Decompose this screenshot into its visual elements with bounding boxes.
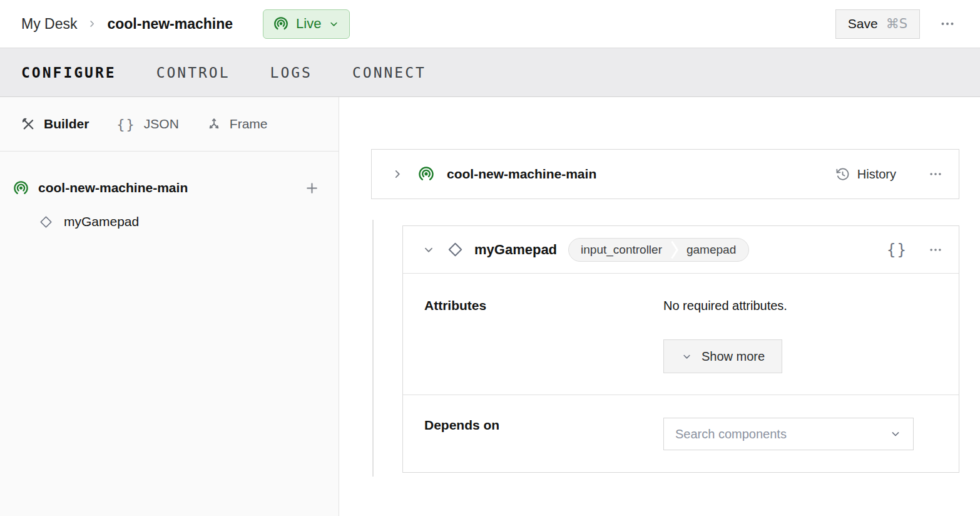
tab-configure[interactable]: CONFIGURE [21, 64, 116, 81]
attributes-value-column: No required attributes. Show more [663, 298, 787, 395]
view-tab-builder[interactable]: Builder [21, 116, 89, 132]
attributes-label: Attributes [424, 298, 663, 395]
depends-on-label: Depends on [424, 418, 663, 472]
component-model-label: gamepad [679, 243, 748, 257]
part-card-overflow-menu-button[interactable] [929, 167, 942, 181]
tree-item-component[interactable]: myGamepad [0, 210, 339, 233]
config-view-tabs: Builder {} JSON Frame [0, 97, 339, 152]
depends-on-section: Depends on Search components [403, 395, 959, 472]
breadcrumb: My Desk cool-new-machine [21, 16, 233, 33]
part-card: cool-new-machine-main History [371, 149, 959, 199]
component-api-label: input_controller [569, 243, 671, 257]
tree-component-name: myGamepad [64, 214, 139, 229]
code-braces-icon: {} [887, 241, 907, 259]
chevron-down-icon [889, 428, 902, 440]
configure-content: Builder {} JSON Frame cool-new-machine-m… [0, 97, 980, 516]
component-card: myGamepad input_controller gamepad {} At… [402, 225, 959, 473]
history-button[interactable]: History [835, 167, 896, 182]
tree-item-part[interactable]: cool-new-machine-main [0, 175, 339, 200]
tab-logs[interactable]: LOGS [270, 64, 312, 81]
depends-on-placeholder: Search components [675, 427, 787, 441]
breadcrumb-location[interactable]: My Desk [21, 16, 77, 33]
frame-axes-icon [207, 116, 222, 132]
history-icon [835, 167, 850, 182]
chevron-down-icon [328, 18, 340, 30]
save-button[interactable]: Save ⌘S [835, 9, 920, 39]
chevron-down-icon [422, 243, 436, 257]
config-main-panel: cool-new-machine-main History [339, 97, 980, 516]
component-model-badge: input_controller gamepad [568, 238, 749, 262]
machine-nav-tabs: CONFIGURE CONTROL LOGS CONNECT [0, 48, 980, 97]
show-more-button[interactable]: Show more [663, 339, 782, 373]
view-tab-frame[interactable]: Frame [207, 116, 268, 132]
view-tab-builder-label: Builder [44, 116, 89, 132]
topbar-overflow-menu-button[interactable] [940, 16, 955, 31]
ellipsis-icon [940, 16, 955, 31]
top-bar: My Desk cool-new-machine Live Save ⌘S [0, 0, 980, 48]
component-card-header: myGamepad input_controller gamepad {} [403, 226, 959, 274]
component-title: myGamepad [474, 242, 557, 258]
component-collapse-button[interactable] [422, 243, 436, 257]
add-component-button[interactable] [304, 180, 320, 196]
builder-tools-icon [21, 116, 36, 132]
depends-on-select[interactable]: Search components [663, 418, 914, 450]
machine-status-dropdown[interactable]: Live [263, 9, 350, 39]
view-tab-json-label: JSON [144, 116, 179, 132]
live-status-label: Live [296, 16, 321, 32]
tree-connector-line [372, 220, 374, 477]
attributes-empty-text: No required attributes. [663, 298, 787, 313]
ellipsis-icon [929, 167, 942, 181]
history-label: History [857, 167, 896, 182]
part-card-expand-button[interactable] [390, 167, 404, 181]
breadcrumb-machine-name: cool-new-machine [107, 16, 233, 33]
tree-part-name: cool-new-machine-main [38, 180, 295, 195]
config-sidebar: Builder {} JSON Frame cool-new-machine-m… [0, 97, 339, 516]
show-more-label: Show more [702, 349, 765, 364]
save-label: Save [848, 16, 878, 31]
attributes-section: Attributes No required attributes. Show … [403, 274, 959, 395]
live-status-icon [273, 16, 289, 32]
chevron-down-icon [681, 351, 693, 363]
view-tab-json[interactable]: {} JSON [116, 116, 179, 132]
tab-connect[interactable]: CONNECT [352, 64, 426, 81]
save-shortcut: ⌘S [886, 16, 907, 31]
component-json-button[interactable]: {} [887, 241, 907, 259]
part-icon [417, 165, 435, 183]
chevron-right-icon [390, 167, 404, 181]
code-braces-icon: {} [116, 116, 136, 132]
component-diamond-icon [447, 241, 464, 258]
ellipsis-icon [929, 243, 942, 257]
breadcrumb-chevron-icon [86, 18, 98, 29]
part-icon [13, 180, 29, 197]
machine-tree: cool-new-machine-main myGamepad [0, 152, 339, 233]
tab-control[interactable]: CONTROL [156, 64, 230, 81]
part-card-title: cool-new-machine-main [447, 167, 596, 182]
component-diamond-icon [39, 215, 53, 229]
component-overflow-menu-button[interactable] [929, 243, 942, 257]
badge-chevron-separator [671, 239, 679, 261]
view-tab-frame-label: Frame [230, 116, 268, 132]
plus-icon [304, 180, 320, 196]
